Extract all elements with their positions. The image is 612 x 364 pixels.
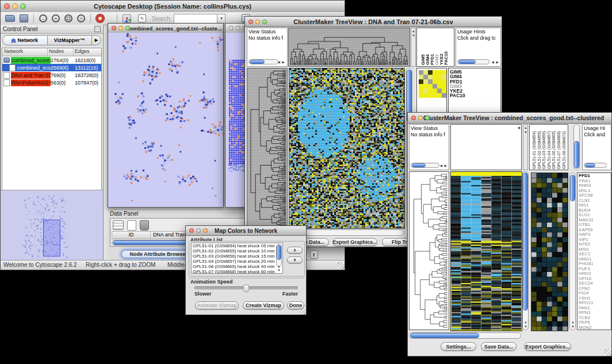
settings-button[interactable]: Settings... [441, 342, 476, 351]
treeview2-heatmap[interactable] [450, 171, 522, 331]
attribute-list-item[interactable]: GPL51-07 (GSM868) heat shock 60 min [193, 269, 282, 274]
save-data-button[interactable]: Save Data... [481, 342, 517, 351]
minimize-button[interactable] [196, 228, 201, 233]
treeview1-titlebar[interactable]: ClusterMaker TreeView : DNA and Tran 07-… [245, 17, 502, 27]
minimize-button[interactable] [236, 26, 240, 30]
save-icon[interactable] [20, 14, 28, 22]
treeview2-zoom-heatmap[interactable] [531, 173, 568, 331]
minimize-button[interactable] [418, 116, 423, 120]
scroll-right-icon[interactable]: ▶ [496, 60, 499, 64]
vizmapper-icon[interactable] [123, 14, 131, 23]
scroll-thumb[interactable] [410, 333, 479, 338]
treeview1-column-dendrogram[interactable] [288, 28, 410, 67]
scroll-thumb[interactable] [570, 175, 575, 201]
scroll-left-icon[interactable]: ◀ [439, 164, 442, 167]
treeview2-scroll-strip[interactable]: ▲ ▼ [523, 124, 528, 170]
treeview1-submatrix-heatmap[interactable] [419, 70, 446, 98]
treeview2-genes-vscroll[interactable]: ▲ ▼ [569, 173, 576, 330]
treeview2-vscroll[interactable]: ▲ ▼ [522, 171, 529, 330]
main-window-controls[interactable] [4, 3, 26, 9]
zoom-button[interactable] [203, 228, 208, 233]
slider-thumb[interactable] [243, 285, 250, 292]
create-vizmap-button[interactable]: Create Vizmap [243, 301, 284, 309]
network-row[interactable]: combined_scores2764(0)16218(0) [2, 56, 101, 64]
view-status-hscroll[interactable] [248, 59, 278, 64]
treeview2-hscroll[interactable] [409, 332, 521, 339]
scroll-down-icon[interactable]: ▼ [277, 269, 281, 272]
zoom-fit-icon[interactable] [77, 14, 85, 22]
minimize-button[interactable] [12, 3, 18, 9]
zoom-out-icon[interactable]: - [39, 14, 47, 22]
attribute-list-item[interactable]: GPL51-06 (GSM865) heat shock 40 min [193, 264, 282, 269]
new-attribute-icon[interactable] [127, 220, 136, 231]
zoom-button[interactable] [425, 116, 430, 120]
open-folder-icon[interactable] [5, 15, 15, 22]
close-button[interactable] [229, 26, 234, 30]
treeview1-heatmap[interactable] [289, 68, 405, 229]
scroll-up-icon[interactable]: ▲ [277, 265, 281, 268]
search-dropdown-arrow[interactable]: ▼ [217, 14, 225, 24]
dialog-titlebar[interactable]: Map Colors to Network [186, 226, 306, 236]
close-button[interactable] [248, 20, 253, 24]
attribute-listbox[interactable]: GPL51-01 (GSM854) heat shock 05 minGPL51… [191, 243, 283, 274]
scroll-left-icon[interactable]: ◀ [491, 60, 494, 64]
main-titlebar[interactable]: Cytoscape Desktop (Session Name: collins… [1, 1, 345, 13]
annotation-icon[interactable]: ✎ [138, 14, 146, 22]
move-up-button[interactable]: ∧ [287, 247, 303, 254]
scroll-thumb[interactable] [523, 173, 528, 311]
search-input[interactable] [174, 14, 217, 24]
minimize-button[interactable] [255, 20, 260, 24]
attribute-list-item[interactable]: GPL51-04 (GSM857) heat shock 20 min [193, 259, 282, 264]
resize-grip[interactable] [605, 349, 611, 356]
zoom-in-icon[interactable]: + [52, 14, 60, 22]
tab-overflow-arrow[interactable]: ▶ [92, 35, 101, 45]
network-row[interactable]: RNAPuberNov2+l563(0)107847(0) [2, 79, 101, 86]
tab-network[interactable]: Network [2, 35, 48, 45]
scroll-right-icon[interactable]: ▶ [444, 164, 447, 167]
scroll-left-icon[interactable]: ◀ [277, 60, 280, 64]
usage-hints-hscroll[interactable] [584, 163, 607, 168]
node-attribute-browser-tab[interactable]: Node Attribute Browse [121, 250, 194, 258]
scroll-right-icon[interactable]: ▶ [282, 60, 285, 64]
close-button[interactable] [189, 228, 194, 233]
resize-grip[interactable] [299, 308, 306, 315]
treeview1-row-dendrogram[interactable] [247, 68, 288, 228]
delete-attribute-icon[interactable] [140, 220, 149, 231]
network-table-header[interactable]: Network Nodes Edges [2, 48, 101, 56]
network-row[interactable]: combined_sco2569(6)13112(15) [2, 64, 101, 71]
zoom-button[interactable] [262, 20, 267, 24]
treeview2-labels-vscroll[interactable] [573, 124, 580, 170]
zoom-selected-icon[interactable] [64, 14, 72, 22]
close-button[interactable] [4, 3, 10, 9]
table-mode-icon[interactable] [113, 220, 124, 230]
export-graphics-button[interactable]: Export Graphics... [524, 342, 571, 351]
treeview1-scroll-strip[interactable]: ▲ ▼ [411, 28, 416, 67]
treeview2-row-dendrogram[interactable] [409, 171, 449, 330]
export-graphics-button[interactable]: Export Graphics... [332, 238, 377, 246]
scroll-thumb[interactable] [574, 141, 579, 168]
close-button[interactable] [411, 116, 416, 120]
attribute-list-item[interactable]: GPL51-01 (GSM854) heat shock 05 min [193, 243, 282, 248]
network-canvas-1[interactable] [108, 33, 223, 207]
animate-vizmap-button[interactable]: Animate Vizmap [195, 301, 239, 309]
attribute-list-item[interactable]: GPL51-02 (GSM855) heat shock 10 min [193, 248, 282, 254]
animation-speed-slider[interactable] [194, 286, 298, 289]
minimize-button[interactable] [118, 26, 123, 30]
network-overview-panel[interactable] [1, 190, 103, 260]
help-ring-icon[interactable] [96, 14, 104, 22]
treeview2-titlebar[interactable]: ClusterMaker TreeView : combined_scores_… [408, 113, 611, 124]
close-button[interactable] [112, 26, 116, 30]
move-down-button[interactable]: ∨ [287, 256, 303, 263]
partial-attribute-tab[interactable]: r [310, 250, 318, 259]
treeview2-column-dendrogram[interactable]: ◀ [450, 124, 522, 170]
tab-vizmapper[interactable]: VizMapper™ [48, 35, 93, 45]
float-panel-icon[interactable] [94, 26, 101, 32]
zoom-button[interactable] [125, 26, 130, 30]
resize-grip[interactable] [338, 262, 345, 269]
scroll-thumb[interactable] [277, 245, 281, 260]
network-row[interactable]: DNA and Tran 07769(0)183728(0) [2, 71, 101, 79]
view-status-hscroll[interactable] [411, 163, 439, 168]
attribute-list-item[interactable]: GPL51-03 (GSM856) heat shock 15 min [193, 254, 282, 259]
usage-hints-hscroll[interactable] [457, 59, 489, 64]
zoom-button[interactable] [20, 3, 26, 9]
